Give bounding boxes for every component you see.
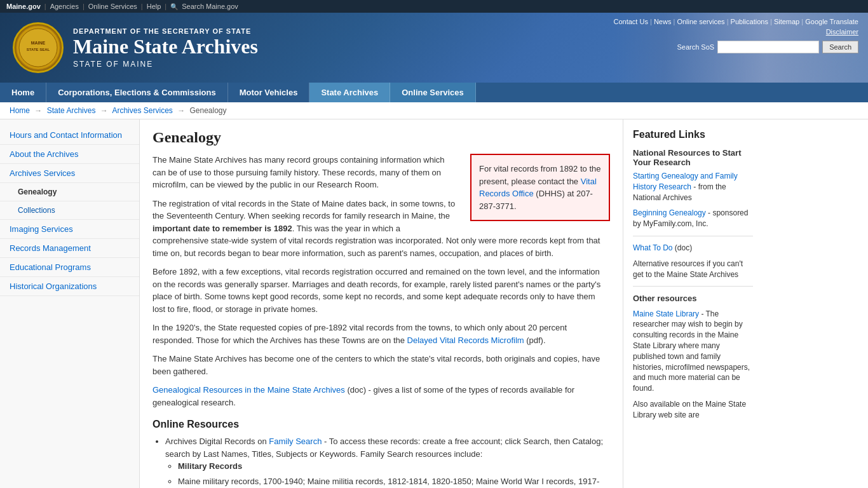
- search-input[interactable]: [717, 41, 819, 53]
- military-header: Military Records: [178, 460, 610, 473]
- state-seal: MAINE STATE SEAL: [13, 22, 64, 73]
- search-row: Search SoS Search: [677, 41, 858, 53]
- what-to-do-link[interactable]: What To Do: [633, 243, 672, 252]
- header-logo: MAINE STATE SEAL DEPARTMENT OF THE SECRE…: [0, 13, 271, 83]
- site-title: Maine State Archives: [73, 35, 258, 58]
- content-wrapper: Hours and Contact Information About the …: [0, 119, 868, 488]
- family-search-link[interactable]: Family Search: [269, 437, 322, 446]
- nav-home[interactable]: Home: [0, 83, 46, 102]
- contact-us-link[interactable]: Contact Us: [613, 18, 648, 25]
- sidebar-item-imaging[interactable]: Imaging Services: [0, 220, 139, 239]
- divider-1: [633, 236, 753, 236]
- search-maine-link[interactable]: Search Maine.gov: [182, 3, 238, 10]
- sidebar-item-hours[interactable]: Hours and Contact Information: [0, 126, 139, 145]
- main-nav: Home Corporations, Elections & Commissio…: [0, 83, 868, 102]
- google-translate-link[interactable]: Google Translate: [805, 18, 858, 25]
- what-to-do-item: What To Do (doc): [633, 243, 753, 254]
- divider-2: [633, 286, 753, 287]
- beginning-genealogy-item: Beginning Genealogy - sponsored by MyFam…: [633, 208, 753, 229]
- main-content: Genealogy For vital records from 1892 to…: [140, 119, 623, 488]
- military-list: Military Records Maine military records,…: [178, 460, 610, 488]
- sidebar-item-about[interactable]: About the Archives: [0, 145, 139, 164]
- agencies-link[interactable]: Agencies: [50, 3, 79, 10]
- paragraph-5: The Maine State Archives has become one …: [153, 353, 610, 377]
- other-resources-title: Other resources: [633, 293, 753, 304]
- sidebar-item-collections[interactable]: Collections: [0, 201, 139, 220]
- paragraph-3: Before 1892, with a few exceptions, vita…: [153, 266, 610, 315]
- breadcrumb-state-archives[interactable]: State Archives: [47, 106, 96, 115]
- online-list-item-1: Archives Digital Records on Family Searc…: [165, 435, 610, 488]
- vital-records-box: For vital records from 1892 to the prese…: [470, 154, 610, 221]
- svg-text:MAINE: MAINE: [31, 41, 46, 45]
- sidebar-item-genealogy[interactable]: Genealogy: [0, 183, 139, 201]
- featured-sidebar: Featured Links National Resources to Sta…: [623, 119, 763, 488]
- genealogical-resources-link[interactable]: Genealogical Resources in the Maine Stat…: [153, 385, 345, 395]
- also-available-text: Also available on the Maine State Librar…: [633, 399, 753, 421]
- maine-gov-logo[interactable]: Maine.gov: [6, 3, 41, 10]
- sitemap-link[interactable]: Sitemap: [774, 18, 799, 25]
- nav-motor[interactable]: Motor Vehicles: [228, 83, 310, 102]
- national-resources-title: National Resources to Start Your Researc…: [633, 148, 753, 167]
- online-services-link[interactable]: Online Services: [88, 3, 137, 10]
- header-text: DEPARTMENT OF THE SECRETARY OF STATE Mai…: [73, 27, 258, 69]
- header-right: Contact Us | News | Online services | Pu…: [604, 13, 868, 83]
- starting-genealogy-item: Starting Genealogy and Family History Re…: [633, 171, 753, 203]
- publications-link[interactable]: Publications: [731, 18, 768, 25]
- disclaimer-link[interactable]: Disclaimer: [826, 28, 858, 36]
- delayed-vital-link[interactable]: Delayed Vital Records Microfilm: [407, 336, 524, 345]
- online-services-header-link[interactable]: Online services: [677, 18, 724, 25]
- sidebar-item-archives-services[interactable]: Archives Services: [0, 164, 139, 183]
- beginning-genealogy-link[interactable]: Beginning Genealogy: [633, 208, 706, 217]
- military-item-1: Maine military records, 1700-1940; Maine…: [178, 475, 610, 489]
- breadcrumb: Home → State Archives → Archives Service…: [0, 102, 868, 119]
- nav-corps[interactable]: Corporations, Elections & Commissions: [46, 83, 228, 102]
- genealogical-resources: Genealogical Resources in the Maine Stat…: [153, 384, 610, 409]
- maine-state-library-item: Maine State Library - The researcher may…: [633, 309, 753, 394]
- online-resources-title: Online Resources: [153, 419, 610, 430]
- breadcrumb-home[interactable]: Home: [10, 106, 30, 115]
- breadcrumb-archives-services[interactable]: Archives Services: [112, 106, 172, 115]
- sidebar: Hours and Contact Information About the …: [0, 119, 140, 488]
- nav-online-services[interactable]: Online Services: [390, 83, 476, 102]
- paragraph-4: In the 1920's, the State requested copie…: [153, 322, 610, 346]
- state-name: STATE OF MAINE: [73, 60, 258, 69]
- search-icon: 🔍: [170, 3, 178, 10]
- search-button[interactable]: Search: [822, 41, 858, 53]
- news-link[interactable]: News: [654, 18, 672, 25]
- nav-state-archives[interactable]: State Archives: [309, 83, 390, 102]
- page-title: Genealogy: [153, 129, 610, 146]
- starting-genealogy-link[interactable]: Starting Genealogy and Family History Re…: [633, 172, 738, 191]
- breadcrumb-current: Genealogy: [190, 106, 227, 115]
- featured-title: Featured Links: [633, 129, 753, 140]
- search-label: Search SoS: [677, 43, 714, 51]
- header-links: Contact Us | News | Online services | Pu…: [613, 18, 858, 25]
- sidebar-item-educational[interactable]: Educational Programs: [0, 258, 139, 277]
- maine-state-library-link[interactable]: Maine State Library: [633, 309, 699, 318]
- online-resources-list: Archives Digital Records on Family Searc…: [165, 435, 610, 488]
- svg-text:STATE SEAL: STATE SEAL: [27, 48, 50, 51]
- header: MAINE STATE SEAL DEPARTMENT OF THE SECRE…: [0, 13, 868, 83]
- sidebar-item-historical[interactable]: Historical Organizations: [0, 277, 139, 296]
- top-bar: Maine.gov | Agencies | Online Services |…: [0, 0, 868, 13]
- sidebar-item-records[interactable]: Records Management: [0, 239, 139, 258]
- dept-name: DEPARTMENT OF THE SECRETARY OF STATE: [73, 27, 258, 35]
- alternative-resources-text: Alternative resources if you can't get t…: [633, 259, 753, 280]
- help-link[interactable]: Help: [147, 3, 161, 10]
